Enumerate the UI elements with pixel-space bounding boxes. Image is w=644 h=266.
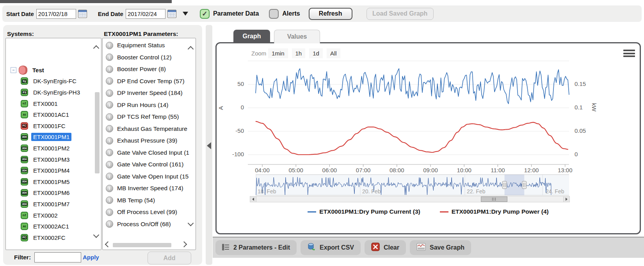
zoom-preset-button[interactable]: All: [327, 48, 340, 58]
filter-input[interactable]: [34, 252, 81, 262]
add-button[interactable]: Add: [148, 252, 191, 264]
collapse-minus-icon[interactable]: −: [11, 67, 16, 73]
info-icon: i: [106, 101, 113, 109]
parameter-label: Gate Valve Closed Input (1: [117, 149, 189, 156]
clear-icon: [371, 243, 380, 253]
hscrollbar-thumb[interactable]: [113, 243, 171, 247]
parameter-item[interactable]: iProcess On/Off (68): [103, 218, 196, 230]
refresh-button[interactable]: Refresh: [309, 8, 352, 20]
parameter-item[interactable]: iDP TCS Ref Temp (55): [103, 111, 196, 123]
legend-item[interactable]: ETX0001PM1:Dry Pump Current (3): [308, 208, 420, 215]
parameter-item[interactable]: iMB Inverter Speed (174): [103, 182, 196, 195]
system-item-label: ETX0001PM7: [31, 200, 71, 208]
parameter-item[interactable]: iDP End Cover Temp (57): [103, 75, 196, 87]
x-axis-tick: 13:00: [552, 167, 578, 173]
zoom-preset-button[interactable]: 1d: [309, 48, 323, 58]
parameter-item[interactable]: iExhaust Pressure (39): [103, 135, 196, 147]
scroll-left-icon[interactable]: [105, 241, 111, 248]
navigator-date-label: 20. Feb: [362, 188, 381, 195]
clear-button[interactable]: Clear: [365, 240, 406, 255]
systems-tree: −TestSyDK-SynErgis-FCP3DK-SynErgis-PH3eZ…: [6, 38, 101, 243]
parameter-item[interactable]: iEquipment Status: [103, 39, 196, 52]
end-date-input[interactable]: [126, 9, 165, 19]
collapse-arrow-icon[interactable]: [207, 142, 211, 149]
panel-splitter[interactable]: [206, 25, 212, 265]
parameter-item[interactable]: iGate Valve Closed Input (1: [103, 147, 196, 159]
navigator-scrollbar[interactable]: [250, 196, 570, 202]
system-item[interactable]: iXHETX0001PM3: [6, 154, 101, 165]
system-root-row[interactable]: −Test: [6, 64, 101, 76]
badge-text: eZ: [23, 214, 26, 217]
scroll-right-icon[interactable]: [181, 241, 187, 248]
parameter-item[interactable]: iMB Temp (54): [103, 195, 196, 207]
system-item[interactable]: SyDK-SynErgis-FC: [6, 76, 101, 87]
x-axis-tick: 06:00: [317, 167, 342, 173]
info-icon: i: [106, 137, 113, 145]
parameter-item[interactable]: iBooster Power (8): [103, 63, 196, 75]
system-item[interactable]: iXHETX0001PM6: [6, 187, 101, 199]
info-icon: i: [106, 54, 113, 61]
system-item[interactable]: FCETX0002FC: [6, 232, 101, 243]
y-axis-right-tick: 0: [575, 151, 592, 157]
check-icon: ✓: [202, 11, 207, 17]
apply-link[interactable]: Apply: [83, 254, 99, 261]
scrollbar-thumb[interactable]: [481, 196, 507, 202]
systems-listbox[interactable]: −TestSyDK-SynErgis-FCP3DK-SynErgis-PH3eZ…: [5, 38, 101, 250]
chart-canvas[interactable]: [215, 42, 641, 235]
system-item[interactable]: iXHETX0001PM5: [6, 176, 101, 187]
save-graph-button[interactable]: Save Graph: [410, 240, 471, 255]
info-icon: i: [106, 149, 113, 156]
parameter-item[interactable]: iBooster Control (12): [103, 52, 196, 64]
system-item[interactable]: iXHETX0001PM4: [6, 165, 101, 176]
parameter-item[interactable]: iDP Inverter Speed (184): [103, 87, 196, 99]
system-item[interactable]: iXHETX0001PM7: [6, 198, 101, 210]
system-item[interactable]: FCETX0001FC: [6, 120, 101, 132]
parameter-label: Exhaust Pressure (39): [117, 137, 177, 144]
parameters-listbox[interactable]: iEquipment StatusiBooster Control (12)iB…: [102, 38, 196, 250]
badge-text: Sy: [22, 79, 27, 83]
navigator-date-label: 22. Feb: [467, 188, 485, 195]
scrollbar-thumb[interactable]: [95, 92, 100, 173]
system-item[interactable]: AtETX0001AC1: [6, 109, 101, 120]
parameter-data-checkbox[interactable]: ✓: [200, 9, 210, 19]
alerts-checkbox[interactable]: [269, 9, 279, 19]
parameter-item[interactable]: iGate Valve Control (161): [103, 159, 196, 171]
tab-values[interactable]: Values: [274, 30, 320, 43]
parameter-item[interactable]: iExhaust Gas Temperature: [103, 123, 196, 135]
system-item[interactable]: iXHETX0001PM2: [6, 143, 101, 154]
system-type-icon: iXH: [21, 189, 28, 196]
system-item[interactable]: iXHETX0001PM1: [6, 132, 101, 143]
badge-text: iXH: [21, 202, 28, 206]
zoom-preset-button[interactable]: 1min: [268, 48, 288, 58]
badge-text: At: [23, 225, 26, 228]
scrollbar-right-button[interactable]: [563, 196, 569, 202]
load-saved-graph-button[interactable]: Load Saved Graph: [366, 8, 434, 20]
tab-graph[interactable]: Graph: [233, 30, 270, 43]
start-date-input[interactable]: [36, 9, 76, 19]
system-item[interactable]: AtETX0002AC1: [6, 221, 101, 232]
system-type-icon: FC: [21, 122, 28, 130]
calendar-icon[interactable]: [78, 10, 87, 18]
system-item[interactable]: eZETX0001: [6, 98, 101, 109]
parameter-item[interactable]: iOff Process Level (99): [103, 206, 196, 218]
filter-label: Filter:: [14, 254, 31, 261]
legend-item[interactable]: ETX0001PM1:Dry Pump Power (4): [440, 208, 549, 215]
y-axis-left-tick: -50: [228, 127, 244, 134]
parameter-item[interactable]: iGate Valve Open Input (15: [103, 171, 196, 183]
chart-menu-icon[interactable]: [623, 50, 635, 59]
system-item[interactable]: P3DK-SynErgis-PH3: [6, 87, 101, 98]
zoom-preset-button[interactable]: 1h: [292, 48, 306, 58]
badge-text: At: [23, 113, 26, 116]
calendar-icon[interactable]: [167, 10, 176, 18]
x-axis-tick: 05:00: [283, 167, 309, 173]
info-icon: i: [106, 42, 113, 49]
system-item[interactable]: eZETX0002: [6, 210, 101, 221]
parameter-item[interactable]: iDP Run Hours (14): [103, 99, 196, 111]
dropdown-caret-icon[interactable]: [183, 12, 188, 16]
scrollbar-left-button[interactable]: [250, 196, 256, 202]
badge-text: eZ: [23, 102, 26, 105]
export-csv-button[interactable]: Export CSV: [301, 240, 361, 255]
x-axis-tick: 12:00: [519, 167, 544, 173]
chart-image-icon: [416, 243, 426, 252]
2-parameters-edit-button[interactable]: 2 Parameters - Edit: [215, 240, 297, 255]
